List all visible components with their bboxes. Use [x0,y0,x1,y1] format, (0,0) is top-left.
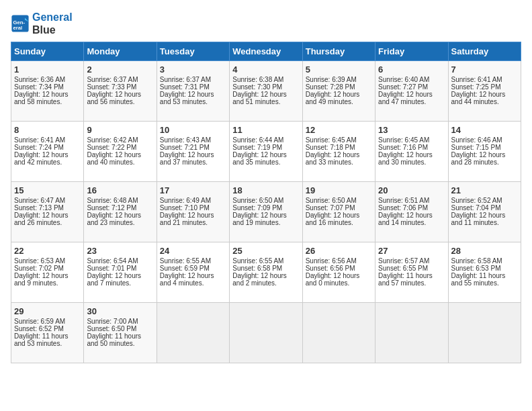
daylight-text: Daylight: 11 hours and 53 minutes. [14,332,69,347]
daylight-text: Daylight: 12 hours and 11 minutes. [451,212,506,226]
daylight-text: Daylight: 12 hours and 33 minutes. [306,151,360,166]
sunset-text: Sunset: 7:02 PM [14,265,64,272]
sunset-text: Sunset: 7:01 PM [87,265,136,272]
day-number: 17 [160,185,226,195]
sunset-text: Sunset: 7:15 PM [451,144,501,151]
sunset-text: Sunset: 7:12 PM [87,204,136,212]
sunset-text: Sunset: 7:09 PM [232,204,282,212]
sunset-text: Sunset: 7:28 PM [306,83,355,91]
sunset-text: Sunset: 7:34 PM [14,83,64,91]
calendar-cell: 22Sunrise: 6:53 AMSunset: 7:02 PMDayligh… [11,242,84,303]
daylight-text: Daylight: 12 hours and 53 minutes. [160,91,214,105]
sunset-text: Sunset: 7:31 PM [160,83,210,91]
daylight-text: Daylight: 12 hours and 21 minutes. [160,212,214,226]
calendar-cell: 14Sunrise: 6:46 AMSunset: 7:15 PMDayligh… [448,122,521,182]
sunset-text: Sunset: 7:16 PM [378,144,428,151]
day-number: 12 [306,125,372,135]
sunset-text: Sunset: 7:06 PM [378,204,428,212]
daylight-text: Daylight: 12 hours and 19 minutes. [232,212,287,226]
sunset-text: Sunset: 7:21 PM [160,144,210,151]
calendar-cell [375,303,448,363]
calendar-cell: 5Sunrise: 6:39 AMSunset: 7:28 PMDaylight… [302,61,375,122]
header-tuesday: Tuesday [157,42,229,61]
calendar-cell: 15Sunrise: 6:47 AMSunset: 7:13 PMDayligh… [11,182,84,242]
sunrise-text: Sunrise: 6:52 AM [451,197,502,204]
sunrise-text: Sunrise: 6:38 AM [232,76,283,83]
calendar-cell [230,303,302,363]
calendar-cell: 30Sunrise: 7:00 AMSunset: 6:50 PMDayligh… [84,303,157,363]
sunset-text: Sunset: 7:24 PM [14,144,64,151]
daylight-text: Daylight: 11 hours and 50 minutes. [87,332,141,347]
calendar-cell: 24Sunrise: 6:55 AMSunset: 6:59 PMDayligh… [157,242,229,303]
sunrise-text: Sunrise: 6:57 AM [378,257,429,265]
day-number: 2 [87,64,153,75]
calendar-cell: 9Sunrise: 6:42 AMSunset: 7:22 PMDaylight… [84,122,157,182]
sunrise-text: Sunrise: 6:59 AM [14,318,65,325]
sunset-text: Sunset: 6:55 PM [378,265,428,272]
calendar-cell [448,303,521,363]
sunset-text: Sunset: 7:04 PM [451,204,501,212]
calendar-header-row: SundayMondayTuesdayWednesdayThursdayFrid… [11,42,521,61]
daylight-text: Daylight: 12 hours and 9 minutes. [14,272,69,287]
day-number: 14 [451,125,518,135]
sunrise-text: Sunrise: 6:42 AM [87,136,138,144]
daylight-text: Daylight: 12 hours and 35 minutes. [232,151,287,166]
calendar-cell: 21Sunrise: 6:52 AMSunset: 7:04 PMDayligh… [448,182,521,242]
sunrise-text: Sunrise: 6:43 AM [160,136,211,144]
day-number: 24 [160,246,226,256]
daylight-text: Daylight: 12 hours and 56 minutes. [87,91,141,105]
sunrise-text: Sunrise: 6:37 AM [87,76,138,83]
day-number: 15 [14,185,81,195]
day-number: 28 [451,246,518,256]
sunrise-text: Sunrise: 6:55 AM [232,257,283,265]
daylight-text: Daylight: 12 hours and 42 minutes. [14,151,69,166]
daylight-text: Daylight: 12 hours and 37 minutes. [160,151,214,166]
daylight-text: Daylight: 12 hours and 30 minutes. [378,151,433,166]
sunrise-text: Sunrise: 6:36 AM [14,76,65,83]
sunrise-text: Sunrise: 6:39 AM [306,76,357,83]
header-monday: Monday [84,42,157,61]
calendar-cell [157,303,229,363]
day-number: 29 [14,306,81,316]
header-saturday: Saturday [448,42,521,61]
sunset-text: Sunset: 7:13 PM [14,204,64,212]
logo-icon: Gen- eral [11,14,30,33]
sunset-text: Sunset: 6:59 PM [160,265,210,272]
day-number: 30 [87,306,153,316]
calendar-cell: 3Sunrise: 6:37 AMSunset: 7:31 PMDaylight… [157,61,229,122]
sunset-text: Sunset: 7:19 PM [232,144,282,151]
calendar-cell: 13Sunrise: 6:45 AMSunset: 7:16 PMDayligh… [375,122,448,182]
sunset-text: Sunset: 7:30 PM [232,83,282,91]
logo: Gen- eral General Blue [11,11,73,36]
calendar-cell: 26Sunrise: 6:56 AMSunset: 6:56 PMDayligh… [302,242,375,303]
daylight-text: Daylight: 12 hours and 49 minutes. [306,91,360,105]
calendar-table: SundayMondayTuesdayWednesdayThursdayFrid… [11,42,521,363]
sunrise-text: Sunrise: 6:50 AM [232,197,283,204]
sunset-text: Sunset: 7:10 PM [160,204,210,212]
daylight-text: Daylight: 12 hours and 44 minutes. [451,91,506,105]
day-number: 9 [87,125,153,135]
calendar-cell: 23Sunrise: 6:54 AMSunset: 7:01 PMDayligh… [84,242,157,303]
sunrise-text: Sunrise: 6:48 AM [87,197,138,204]
calendar-cell: 1Sunrise: 6:36 AMSunset: 7:34 PMDaylight… [11,61,84,122]
daylight-text: Daylight: 12 hours and 28 minutes. [451,151,506,166]
calendar-cell: 18Sunrise: 6:50 AMSunset: 7:09 PMDayligh… [230,182,302,242]
daylight-text: Daylight: 12 hours and 51 minutes. [232,91,287,105]
daylight-text: Daylight: 12 hours and 16 minutes. [306,212,360,226]
day-number: 26 [306,246,372,256]
sunrise-text: Sunrise: 6:46 AM [451,136,502,144]
sunrise-text: Sunrise: 6:45 AM [378,136,429,144]
daylight-text: Daylight: 12 hours and 2 minutes. [232,272,287,287]
calendar-cell: 16Sunrise: 6:48 AMSunset: 7:12 PMDayligh… [84,182,157,242]
daylight-text: Daylight: 12 hours and 40 minutes. [87,151,141,166]
calendar-cell [302,303,375,363]
sunset-text: Sunset: 6:53 PM [451,265,501,272]
header-sunday: Sunday [11,42,84,61]
sunrise-text: Sunrise: 6:53 AM [14,257,65,265]
day-number: 10 [160,125,226,135]
calendar-week-3: 15Sunrise: 6:47 AMSunset: 7:13 PMDayligh… [11,182,521,242]
header-wednesday: Wednesday [230,42,302,61]
daylight-text: Daylight: 12 hours and 4 minutes. [160,272,214,287]
calendar-week-5: 29Sunrise: 6:59 AMSunset: 6:52 PMDayligh… [11,303,521,363]
sunrise-text: Sunrise: 6:41 AM [451,76,502,83]
